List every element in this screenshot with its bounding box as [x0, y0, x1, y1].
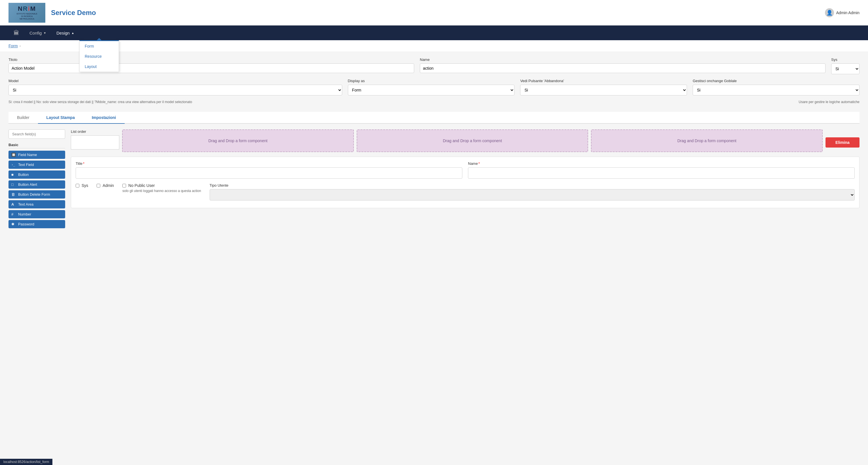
tab-layout-stampa[interactable]: Layout Stampa [38, 112, 83, 124]
display-as-select[interactable]: Form List Grid [348, 85, 515, 95]
section-title-label: Title* [75, 161, 462, 166]
nav-home[interactable]: 🏛 [8, 26, 24, 40]
field-btn-text-area[interactable]: A Text Area [8, 200, 65, 209]
checkbox-row: Sys Admin No Public User solo gli utenti… [75, 183, 855, 200]
name-group: Name [420, 58, 826, 73]
nav-config[interactable]: Config ▼ [24, 26, 51, 40]
field-btn-button-delete-form[interactable]: 🗑 Button Delete Form [8, 190, 65, 198]
form-row-2: Model Si No Display as Form List Grid Ve… [8, 79, 860, 95]
gestisci-group: Gestisci onchange Goblale Si No [693, 79, 860, 95]
titolo-input[interactable] [8, 63, 414, 73]
field-btn-field-name[interactable]: 🔲 Field Name [8, 151, 65, 159]
field-btn-button-alert[interactable]: □ Button Alert [8, 180, 65, 189]
drop-zone-1[interactable]: Drag and Drop a form component [122, 129, 354, 152]
sys-checkbox[interactable] [75, 184, 79, 187]
nav-design-label: Design [56, 31, 70, 35]
section-title-group: Title* [75, 161, 462, 179]
breadcrumb-separator: - [20, 43, 21, 48]
no-public-user-checkbox[interactable] [122, 184, 126, 187]
section-name-group: Name* [468, 161, 855, 179]
design-dropdown-menu: Form Resource Layout [79, 40, 119, 72]
model-label: Model [8, 79, 342, 83]
section-name-input[interactable] [468, 167, 855, 179]
tipo-utente-label: Tipo Utente [210, 183, 855, 187]
field-btn-text-field[interactable]: ›_ Text Field [8, 161, 65, 169]
sys-checkbox-group: Sys [75, 183, 88, 188]
text-area-label: Text Area [18, 202, 33, 207]
model-select[interactable]: Si No [8, 85, 342, 95]
section-title-input[interactable] [75, 167, 462, 179]
sys-checkbox-label: Sys [82, 183, 88, 188]
gestisci-select[interactable]: Si No [693, 85, 860, 95]
number-label: Number [18, 212, 31, 216]
field-btn-button[interactable]: ■ Button [8, 170, 65, 179]
list-order-col: List order [71, 129, 119, 150]
titolo-label: Titolo [8, 58, 414, 62]
password-label: Password [18, 222, 34, 226]
drop-zone-3[interactable]: Drag and Drop a form component [591, 129, 823, 152]
drop-zone-2[interactable]: Drag and Drop a form component [356, 129, 588, 152]
list-order-input[interactable] [71, 135, 119, 150]
title-required-star: * [83, 161, 85, 166]
field-btn-password[interactable]: ✱ Password [8, 220, 65, 228]
button-icon: ■ [11, 173, 16, 177]
gestisci-label: Gestisci onchange Goblale [693, 79, 860, 83]
builder-sidebar: Basic 🔲 Field Name ›_ Text Field ■ Butto… [8, 129, 65, 230]
button-delete-form-label: Button Delete Form [18, 192, 50, 196]
form-row-1: Titolo Name Sys Si No [8, 58, 860, 74]
dropdown-arrow-up [97, 38, 101, 40]
no-public-user-checkbox-group: No Public User [122, 183, 201, 188]
field-btn-number[interactable]: # Number [8, 210, 65, 218]
admin-checkbox-label: Admin [102, 183, 114, 188]
breadcrumb: Form - [0, 40, 868, 52]
text-area-icon: A [11, 202, 16, 207]
sys-select[interactable]: Si No [831, 63, 860, 74]
text-field-label: Text Field [18, 162, 34, 167]
nav-design[interactable]: Design ▲ [51, 26, 79, 40]
name-label: Name [420, 58, 826, 62]
tipo-utente-select[interactable] [210, 189, 855, 200]
home-icon: 🏛 [13, 30, 19, 36]
logo-image: NRiM ISTITUTO NAZIONALEDI RICERCAMETROLO… [8, 3, 45, 23]
form-section-row-1: Title* Name* [75, 161, 855, 179]
name-required-star: * [478, 161, 480, 166]
search-input[interactable] [8, 129, 65, 139]
main-content: Titolo Name Sys Si No Model Si No Displa… [0, 52, 868, 236]
help-text-left: Si: crea il model || No: solo view senza… [8, 100, 192, 104]
text-field-icon: ›_ [11, 163, 16, 166]
config-dropdown-arrow: ▼ [43, 31, 46, 35]
no-public-user-label: No Public User [128, 183, 155, 188]
name-input[interactable] [420, 63, 826, 73]
titolo-group: Titolo [8, 58, 414, 73]
dropdown-item-form[interactable]: Form [80, 41, 119, 51]
dropdown-item-layout[interactable]: Layout [80, 61, 119, 72]
section-name-label: Name* [468, 161, 855, 166]
vedi-pulsante-select[interactable]: Si No [520, 85, 687, 95]
help-text-right: Usare per gestire le logiche automatiche [799, 100, 860, 107]
tab-impostazioni[interactable]: Impostazioni [83, 112, 125, 124]
form-section: Title* Name* Sys [71, 157, 860, 208]
breadcrumb-form-link[interactable]: Form [8, 43, 18, 48]
model-group: Model Si No [8, 79, 342, 95]
elimina-container: Elimina [826, 129, 860, 148]
button-alert-label: Button Alert [18, 182, 37, 187]
elimina-button[interactable]: Elimina [826, 137, 860, 148]
help-row: Si: crea il model || No: solo view senza… [8, 100, 860, 107]
sidebar-section-basic: Basic [8, 142, 65, 148]
canvas-top-row: List order Drag and Drop a form componen… [71, 129, 860, 152]
list-order-label: List order [71, 129, 119, 134]
display-as-group: Display as Form List Grid [348, 79, 515, 95]
dropdown-item-resource[interactable]: Resource [80, 51, 119, 61]
sys-group: Sys Si No [831, 58, 860, 74]
tab-builder[interactable]: Builder [8, 112, 38, 124]
tabs-bar: Builder Layout Stampa Impostazioni [8, 112, 860, 124]
user-avatar-icon: 👤 [825, 8, 834, 17]
no-public-user-subtext: solo gli utenti loggati hanno accesso a … [122, 189, 201, 193]
logo-area: NRiM ISTITUTO NAZIONALEDI RICERCAMETROLO… [8, 3, 45, 23]
user-area: 👤 Admin Admin [825, 8, 860, 17]
field-name-label: Field Name [18, 153, 37, 157]
user-name: Admin Admin [836, 10, 860, 15]
admin-checkbox[interactable] [97, 184, 100, 187]
vedi-pulsante-group: Vedi Pulsante 'Abbandona' Si No [520, 79, 687, 95]
design-dropdown-arrow: ▲ [71, 31, 74, 35]
